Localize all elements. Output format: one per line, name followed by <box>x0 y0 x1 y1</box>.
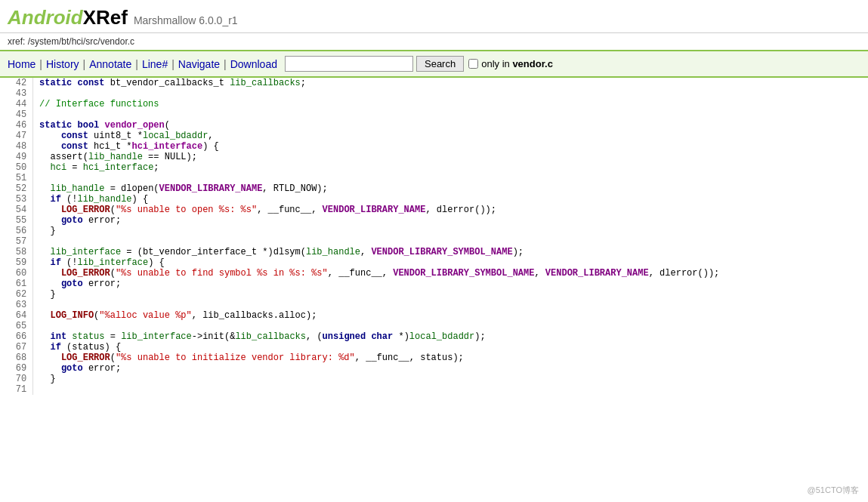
line-number: 50 <box>0 162 33 173</box>
line-number: 55 <box>0 215 33 226</box>
line-number: 70 <box>0 374 33 384</box>
line-code <box>33 300 868 310</box>
line-number: 71 <box>0 384 33 395</box>
line-number: 42 <box>0 78 33 88</box>
table-row: 54 LOG_ERROR("%s unable to open %s: %s",… <box>0 205 868 215</box>
line-number: 61 <box>0 279 33 289</box>
line-number: 49 <box>0 152 33 162</box>
table-row: 57 <box>0 236 868 247</box>
line-code <box>33 88 868 99</box>
breadcrumb: xref: /system/bt/hci/src/vendor.c <box>0 33 868 50</box>
line-code: // Interface functions <box>33 99 868 109</box>
table-row: 43 <box>0 88 868 99</box>
nav-history[interactable]: History <box>46 58 79 70</box>
nav-sep-3: | <box>135 58 138 70</box>
logo-android: Android <box>8 6 83 29</box>
search-input[interactable] <box>285 56 413 72</box>
nav-bar: Home | History | Annotate | Line# | Navi… <box>0 50 868 78</box>
logo: AndroidXRefMarshmallow 6.0.0_r1 <box>8 6 860 29</box>
table-row: 58 lib_interface = (bt_vendor_interface_… <box>0 247 868 257</box>
line-code: if (!lib_handle) { <box>33 194 868 205</box>
line-number: 47 <box>0 131 33 141</box>
nav-sep-5: | <box>224 58 227 70</box>
only-in-filename: vendor.c <box>512 58 552 69</box>
line-number: 44 <box>0 99 33 109</box>
line-number: 62 <box>0 289 33 300</box>
table-row: 48 const hci_t *hci_interface) { <box>0 141 868 152</box>
nav-navigate[interactable]: Navigate <box>178 58 220 70</box>
line-code: LOG_ERROR("%s unable to initialize vendo… <box>33 353 868 363</box>
line-code <box>33 173 868 183</box>
line-number: 57 <box>0 236 33 247</box>
table-row: 59 if (!lib_interface) { <box>0 257 868 268</box>
line-code: static bool vendor_open( <box>33 120 868 131</box>
table-row: 51 <box>0 173 868 183</box>
line-number: 51 <box>0 173 33 183</box>
code-area[interactable]: 42 static const bt_vendor_callbacks_t li… <box>0 78 868 497</box>
line-code: } <box>33 374 868 384</box>
table-row: 61 goto error; <box>0 279 868 289</box>
line-code: } <box>33 226 868 236</box>
table-row: 67 if (status) { <box>0 342 868 353</box>
table-row: 56 } <box>0 226 868 236</box>
line-code <box>33 236 868 247</box>
line-number: 68 <box>0 353 33 363</box>
table-row: 68 LOG_ERROR("%s unable to initialize ve… <box>0 353 868 363</box>
line-number: 45 <box>0 109 33 120</box>
nav-sep-4: | <box>171 58 175 70</box>
header: AndroidXRefMarshmallow 6.0.0_r1 <box>0 0 868 33</box>
line-code <box>33 384 868 395</box>
line-number: 52 <box>0 183 33 194</box>
line-code: } <box>33 289 868 300</box>
nav-sep-2: | <box>83 58 86 70</box>
table-row: 62 } <box>0 289 868 300</box>
only-in-checkbox[interactable] <box>468 59 478 69</box>
table-row: 64 LOG_INFO("%alloc value %p", lib_callb… <box>0 310 868 321</box>
line-number: 64 <box>0 310 33 321</box>
line-number: 58 <box>0 247 33 257</box>
line-code: lib_interface = (bt_vendor_interface_t *… <box>33 247 868 257</box>
table-row: 69 goto error; <box>0 363 868 374</box>
table-row: 42 static const bt_vendor_callbacks_t li… <box>0 78 868 88</box>
line-code: if (!lib_interface) { <box>33 257 868 268</box>
only-in-label: only in vendor.c <box>481 58 553 69</box>
line-number: 63 <box>0 300 33 310</box>
table-row: 66 int status = lib_interface->init(&lib… <box>0 331 868 342</box>
line-code: assert(lib_handle == NULL); <box>33 152 868 162</box>
code-table: 42 static const bt_vendor_callbacks_t li… <box>0 78 868 395</box>
line-code: goto error; <box>33 279 868 289</box>
nav-annotate[interactable]: Annotate <box>89 58 131 70</box>
line-number: 46 <box>0 120 33 131</box>
line-code: LOG_ERROR("%s unable to find symbol %s i… <box>33 268 868 279</box>
line-number: 53 <box>0 194 33 205</box>
table-row: 50 hci = hci_interface; <box>0 162 868 173</box>
nav-sep-1: | <box>39 58 42 70</box>
line-number: 48 <box>0 141 33 152</box>
table-row: 65 <box>0 321 868 331</box>
logo-version: Marshmallow 6.0.0_r1 <box>134 14 238 26</box>
line-code <box>33 321 868 331</box>
nav-home[interactable]: Home <box>8 58 36 70</box>
table-row: 49 assert(lib_handle == NULL); <box>0 152 868 162</box>
table-row: 47 const uint8_t *local_bdaddr, <box>0 131 868 141</box>
table-row: 55 goto error; <box>0 215 868 226</box>
line-number: 54 <box>0 205 33 215</box>
table-row: 52 lib_handle = dlopen(VENDOR_LIBRARY_NA… <box>0 183 868 194</box>
table-row: 45 <box>0 109 868 120</box>
line-number: 56 <box>0 226 33 236</box>
line-code: goto error; <box>33 215 868 226</box>
table-row: 63 <box>0 300 868 310</box>
line-code: LOG_ERROR("%s unable to open %s: %s", __… <box>33 205 868 215</box>
line-code: LOG_INFO("%alloc value %p", lib_callback… <box>33 310 868 321</box>
nav-download[interactable]: Download <box>230 58 277 70</box>
line-number: 67 <box>0 342 33 353</box>
line-code: static const bt_vendor_callbacks_t lib_c… <box>33 78 868 88</box>
search-button[interactable]: Search <box>416 56 464 72</box>
line-code: int status = lib_interface->init(&lib_ca… <box>33 331 868 342</box>
line-code: const hci_t *hci_interface) { <box>33 141 868 152</box>
line-code: hci = hci_interface; <box>33 162 868 173</box>
line-number: 66 <box>0 331 33 342</box>
nav-linehash[interactable]: Line# <box>142 58 168 70</box>
line-number: 43 <box>0 88 33 99</box>
watermark: @51CTO博客 <box>808 485 859 496</box>
